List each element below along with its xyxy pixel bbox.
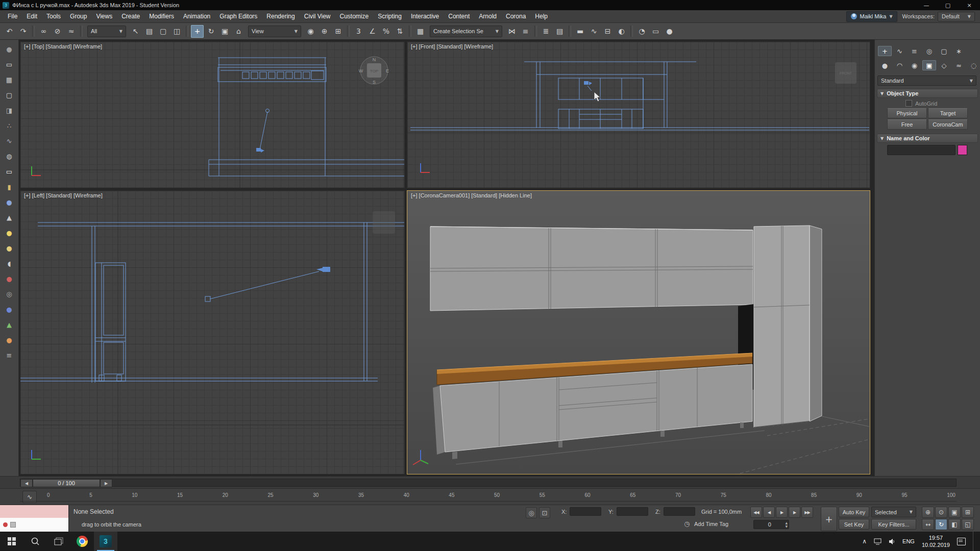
previous-frame-button[interactable]: ◀ (763, 507, 775, 518)
menu-item[interactable]: Graph Editors (215, 10, 262, 22)
listener-pane[interactable] (0, 518, 68, 532)
helpers-category-icon[interactable]: ◇ (937, 60, 951, 70)
field-of-view-icon[interactable]: ◧ (948, 519, 961, 530)
camera-viewport-canvas[interactable] (407, 191, 870, 474)
action-center-icon[interactable] (957, 538, 966, 545)
tray-expand-icon[interactable]: ∧ (862, 538, 867, 545)
z-coordinate-field[interactable] (664, 507, 695, 516)
left-viewport-canvas[interactable] (20, 191, 405, 474)
toolbar-separator[interactable] (32, 26, 35, 37)
set-keys-button[interactable]: + (821, 507, 837, 531)
render-setup-icon[interactable]: ◔ (635, 25, 648, 38)
viewport-left-label[interactable]: [+] [Left] [Standard] [Wireframe] (24, 192, 103, 198)
panel-icon[interactable]: ◨ (3, 105, 15, 115)
viewport-left[interactable]: [+] [Left] [Standard] [Wireframe] (20, 190, 405, 474)
menu-item[interactable]: Corona (501, 10, 530, 22)
systems-category-icon[interactable]: ◌ (967, 60, 980, 70)
show-desktop-button[interactable] (973, 532, 976, 551)
viewcube-faint[interactable] (373, 211, 395, 234)
sphere-orange-icon[interactable]: ● (3, 335, 15, 345)
spinner-snap-toggle-icon[interactable]: ⇅ (394, 25, 406, 38)
geometry-category-icon[interactable]: ● (878, 60, 892, 70)
menu-item[interactable]: Group (65, 10, 91, 22)
plane-icon[interactable]: ▭ (3, 59, 15, 69)
name-and-color-rollout[interactable]: ▼ Name and Color (877, 134, 978, 143)
play-button[interactable]: ▶ (776, 507, 788, 518)
cone-icon[interactable]: ▲ (3, 212, 15, 222)
select-by-name-icon[interactable]: ▤ (143, 25, 156, 38)
material-editor-icon[interactable]: ◐ (615, 25, 628, 38)
zoom-icon[interactable]: ⊕ (922, 507, 934, 518)
front-viewport-canvas[interactable]: FRONT (407, 42, 870, 188)
mirror-icon[interactable]: ⋈ (505, 25, 518, 38)
reference-coordinate-dropdown[interactable]: View▼ (248, 26, 301, 37)
y-coordinate-field[interactable] (617, 507, 648, 516)
unlink-selection-icon[interactable]: ⊘ (51, 25, 64, 38)
menu-lines-icon[interactable]: ≡ (3, 350, 15, 360)
close-button[interactable]: × (959, 0, 980, 10)
next-frame-button[interactable]: ▶ (789, 507, 800, 518)
auto-key-button[interactable]: Auto Key (839, 507, 869, 517)
set-key-button[interactable]: Set Key (839, 519, 869, 530)
time-slider-handle[interactable]: 0 / 100 (33, 479, 100, 487)
chrome-taskbar-button[interactable] (70, 532, 94, 551)
menu-item[interactable]: Rendering (262, 10, 299, 22)
lights-category-icon[interactable]: ◉ (908, 60, 921, 70)
selection-filter-dropdown[interactable]: All▼ (87, 26, 126, 37)
go-to-end-button[interactable]: ▶▶ (801, 507, 813, 518)
space-warps-category-icon[interactable]: ≈ (952, 60, 966, 70)
curve-editor-icon[interactable]: ∿ (587, 25, 600, 38)
menu-item[interactable]: Content (444, 10, 474, 22)
toolbar-separator[interactable] (80, 26, 83, 37)
pan-view-icon[interactable]: ↔ (922, 519, 934, 530)
edit-named-selection-sets-icon[interactable]: ▦ (414, 25, 427, 38)
menu-item[interactable]: Scripting (373, 10, 406, 22)
previous-frame-arrow[interactable]: ◀ (20, 479, 33, 487)
toolbar-separator[interactable] (347, 26, 350, 37)
next-frame-arrow[interactable]: ▶ (100, 479, 112, 487)
schematic-view-icon[interactable]: ⊟ (601, 25, 614, 38)
display-tab-icon[interactable]: ▢ (937, 46, 951, 56)
menu-item[interactable]: Create (117, 10, 144, 22)
keyboard-shortcut-override-icon[interactable]: ⊞ (332, 25, 345, 38)
clock[interactable]: 19:57 10.02.2019 (922, 534, 950, 548)
select-and-scale-icon[interactable]: ▣ (218, 25, 231, 38)
grid-icon[interactable]: ▦ (3, 74, 15, 85)
snaps-toggle-3d-icon[interactable]: 3 (352, 25, 365, 38)
sphere-red-icon[interactable]: ● (3, 273, 15, 284)
toolbar-separator[interactable] (569, 26, 571, 37)
network-icon[interactable] (874, 538, 881, 545)
isolate-selection-toggle-icon[interactable]: ◎ (526, 507, 537, 518)
rendered-frame-window-icon[interactable]: ▭ (649, 25, 662, 38)
sphere-yellow-icon[interactable]: ● (3, 243, 15, 253)
sphere-blue2-icon[interactable]: ● (3, 304, 15, 314)
menu-item[interactable]: Animation (179, 10, 215, 22)
viewcube-faint[interactable]: FRONT (835, 62, 856, 84)
wheel-icon[interactable]: ◎ (3, 289, 15, 299)
menu-item[interactable]: Modifiers (144, 10, 179, 22)
menu-item[interactable]: Arnold (474, 10, 501, 22)
menu-item[interactable]: Views (91, 10, 117, 22)
motion-tab-icon[interactable]: ◎ (922, 46, 936, 56)
add-time-tag[interactable]: Add Time Tag (694, 521, 728, 527)
select-object-icon[interactable]: ↖ (129, 25, 142, 38)
cone-green-icon[interactable]: ▲ (3, 319, 15, 330)
align-icon[interactable]: ≡ (519, 25, 532, 38)
cameras-category-icon[interactable]: ▣ (922, 60, 936, 70)
orbit-icon[interactable]: ↻ (935, 519, 947, 530)
physical-camera-button[interactable]: Physical (887, 108, 927, 118)
workspace-dropdown[interactable]: Default ▼ (938, 12, 975, 21)
toggle-scene-explorer-icon[interactable]: ≣ (540, 25, 552, 38)
search-button[interactable] (23, 532, 47, 551)
autogrid-checkbox[interactable] (905, 100, 912, 107)
x-coordinate-field[interactable] (570, 507, 601, 516)
select-and-move-icon[interactable]: + (191, 25, 204, 38)
zoom-extents-icon[interactable]: ▣ (948, 507, 961, 518)
use-pivot-point-center-icon[interactable]: ◉ (304, 25, 317, 38)
spinner-arrows-icon[interactable]: ▲▼ (785, 521, 789, 528)
menu-item[interactable]: Tools (42, 10, 65, 22)
toolbar-separator[interactable] (630, 26, 633, 37)
viewport-front-label[interactable]: [+] [Front] [Standard] [Wireframe] (411, 43, 493, 49)
key-selection-dropdown[interactable]: Selected▼ (871, 507, 916, 517)
hierarchy-tab-icon[interactable]: ≡ (908, 46, 921, 56)
